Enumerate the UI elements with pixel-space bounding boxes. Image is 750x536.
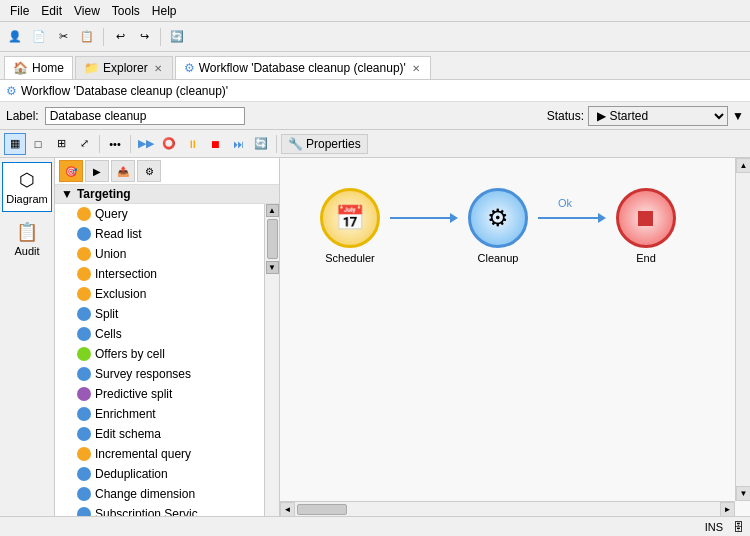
tb-open-btn[interactable]: 📄 [28, 26, 50, 48]
tb2-step[interactable]: ⏭ [227, 133, 249, 155]
canvas-scroll-thumb-h[interactable] [297, 504, 347, 515]
comp-editschema-label: Edit schema [95, 427, 161, 441]
comp-incremental-label: Incremental query [95, 447, 191, 461]
tb-copy-btn[interactable]: 📋 [76, 26, 98, 48]
cleanup-circle: ⚙ [468, 188, 528, 248]
main-toolbar: 👤 📄 ✂ 📋 ↩ ↪ 🔄 [0, 22, 750, 52]
canvas-scroll-right[interactable]: ► [720, 502, 735, 517]
comp-tab-targeting[interactable]: 🎯 [59, 160, 83, 182]
scheduler-label: Scheduler [325, 252, 375, 264]
diagram-label: Diagram [6, 193, 48, 205]
tab-workflow-close[interactable]: ✕ [410, 63, 422, 74]
tb2-view1[interactable]: ▦ [4, 133, 26, 155]
toolbar-sep2 [160, 28, 161, 46]
sidebar-audit-btn[interactable]: 📋 Audit [2, 214, 52, 264]
menu-edit[interactable]: Edit [35, 2, 68, 20]
tb-cut-btn[interactable]: ✂ [52, 26, 74, 48]
editschema-icon [77, 427, 91, 441]
label-input[interactable] [45, 107, 245, 125]
node-scheduler[interactable]: 📅 Scheduler [310, 188, 390, 264]
tb2-pause[interactable]: ⏸ [181, 133, 203, 155]
comp-dedup[interactable]: Deduplication [55, 464, 264, 484]
comp-intersection[interactable]: Intersection [55, 264, 264, 284]
comp-readlist-label: Read list [95, 227, 142, 241]
comp-offers-label: Offers by cell [95, 347, 165, 361]
scrollbar-down-arrow[interactable]: ▼ [266, 261, 279, 274]
arrow-line1 [390, 217, 450, 219]
comp-incremental[interactable]: Incremental query [55, 444, 264, 464]
comp-tab-flow[interactable]: ⚙ [137, 160, 161, 182]
comp-editschema[interactable]: Edit schema [55, 424, 264, 444]
group-label: Targeting [77, 187, 131, 201]
secondary-toolbar: ▦ □ ⊞ ⤢ ••• ▶▶ ⭕ ⏸ ⏹ ⏭ 🔄 🔧 Properties [0, 130, 750, 158]
comp-predictive[interactable]: Predictive split [55, 384, 264, 404]
scrollbar-thumb[interactable] [267, 219, 278, 259]
comp-cells[interactable]: Cells [55, 324, 264, 344]
arrow-line2 [538, 217, 598, 219]
end-circle: ⏹ [616, 188, 676, 248]
arrow-head1 [450, 213, 458, 223]
label-text: Label: [6, 109, 39, 123]
comp-tab-delivery[interactable]: 📤 [111, 160, 135, 182]
component-scrollbar-v[interactable]: ▲ ▼ [264, 204, 279, 516]
tb2-start[interactable]: ▶▶ [135, 133, 157, 155]
canvas-scroll-down[interactable]: ▼ [736, 486, 750, 501]
breadcrumb-text: Workflow 'Database cleanup (cleanup)' [21, 84, 228, 98]
canvas-scrollbar-v[interactable]: ▲ ▼ [735, 158, 750, 501]
scrollbar-up-arrow[interactable]: ▲ [266, 204, 279, 217]
comp-union[interactable]: Union [55, 244, 264, 264]
tb2-more[interactable]: ••• [104, 133, 126, 155]
canvas-scrollbar-h[interactable]: ◄ ► [280, 501, 735, 516]
comp-tab-action[interactable]: ▶ [85, 160, 109, 182]
tb-redo-btn[interactable]: ↪ [133, 26, 155, 48]
group-expand-icon[interactable]: ▼ [61, 187, 73, 201]
content-area: ⚙ Workflow 'Database cleanup (cleanup)' … [0, 80, 750, 516]
node-cleanup[interactable]: ⚙ Cleanup [458, 188, 538, 264]
tb2-view2[interactable]: □ [27, 133, 49, 155]
tb2-view3[interactable]: ⊞ [50, 133, 72, 155]
survey-icon [77, 367, 91, 381]
cleanup-icon: ⚙ [487, 204, 509, 232]
tb-refresh-btn[interactable]: 🔄 [166, 26, 188, 48]
tb2-refresh[interactable]: 🔄 [250, 133, 272, 155]
properties-button[interactable]: 🔧 Properties [281, 134, 368, 154]
comp-enrichment[interactable]: Enrichment [55, 404, 264, 424]
menubar: File Edit View Tools Help [0, 0, 750, 22]
menu-help[interactable]: Help [146, 2, 183, 20]
tab-workflow[interactable]: ⚙ Workflow 'Database cleanup (cleanup)' … [175, 56, 431, 79]
comp-exclusion[interactable]: Exclusion [55, 284, 264, 304]
tab-home[interactable]: 🏠 Home [4, 56, 73, 79]
comp-subscription[interactable]: Subscription Servic... [55, 504, 264, 516]
menu-view[interactable]: View [68, 2, 106, 20]
status-select[interactable]: ▶ Started ⏸ Paused ⏹ Stopped [588, 106, 728, 126]
tb-undo-btn[interactable]: ↩ [109, 26, 131, 48]
menu-file[interactable]: File [4, 2, 35, 20]
component-list: Query Read list Union Intersection [55, 204, 264, 516]
cleanup-label: Cleanup [478, 252, 519, 264]
menu-tools[interactable]: Tools [106, 2, 146, 20]
explorer-icon: 📁 [84, 61, 99, 75]
comp-survey[interactable]: Survey responses [55, 364, 264, 384]
canvas-scroll-left[interactable]: ◄ [280, 502, 295, 517]
component-panel: 🎯 ▶ 📤 ⚙ ▼ Targeting Query [55, 158, 280, 516]
sidebar-diagram-btn[interactable]: ⬡ Diagram [2, 162, 52, 212]
comp-readlist[interactable]: Read list [55, 224, 264, 244]
split-icon [77, 307, 91, 321]
comp-changedim[interactable]: Change dimension [55, 484, 264, 504]
comp-query[interactable]: Query [55, 204, 264, 224]
arrow-head2 [598, 213, 606, 223]
canvas-scroll-up[interactable]: ▲ [736, 158, 750, 173]
comp-offers[interactable]: Offers by cell [55, 344, 264, 364]
tb-new-btn[interactable]: 👤 [4, 26, 26, 48]
comp-split[interactable]: Split [55, 304, 264, 324]
tb2-view4[interactable]: ⤢ [73, 133, 95, 155]
incremental-icon [77, 447, 91, 461]
statusbar: INS 🗄 [0, 516, 750, 536]
home-icon: 🏠 [13, 61, 28, 75]
node-end[interactable]: ⏹ End [606, 188, 686, 264]
tb2-end[interactable]: ⏹ [204, 133, 226, 155]
tab-explorer[interactable]: 📁 Explorer ✕ [75, 56, 173, 79]
tab-home-label: Home [32, 61, 64, 75]
tab-explorer-close[interactable]: ✕ [152, 63, 164, 74]
tb2-stop[interactable]: ⭕ [158, 133, 180, 155]
